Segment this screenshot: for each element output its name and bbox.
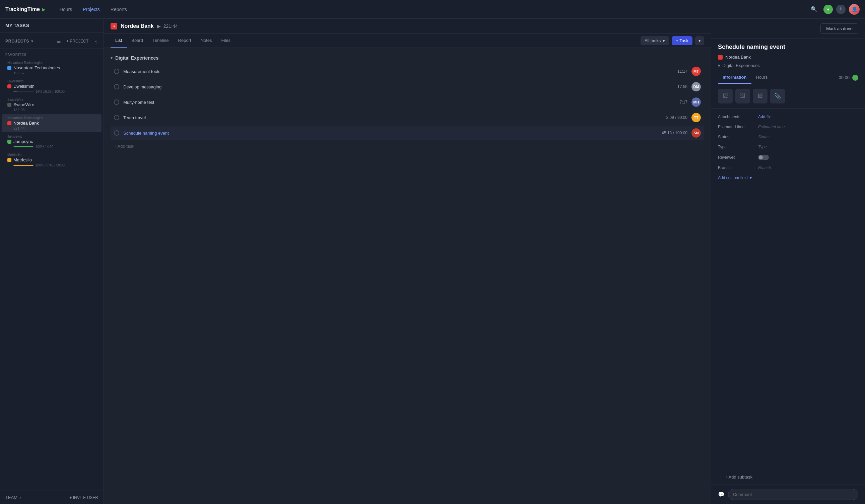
my-tasks-label: MY TASKS	[5, 23, 29, 28]
mark-done-button[interactable]: Mark as done	[820, 23, 858, 34]
tab-board[interactable]: Board	[127, 34, 148, 48]
task-checkbox[interactable]	[114, 115, 119, 120]
add-custom-field-button[interactable]: Add custom field ▾	[711, 173, 865, 183]
project-name-row: Metricsilo	[7, 157, 96, 162]
stop-timer-button[interactable]: ■	[823, 5, 833, 14]
field-attachments: Attachments Add file	[711, 112, 865, 122]
team-button[interactable]: TEAM ›	[5, 495, 21, 500]
avatar-circle: MT	[691, 67, 701, 76]
avatar-circle: MH	[691, 97, 701, 107]
tab-hours[interactable]: Hours	[751, 71, 773, 84]
project-name: Metricsilo	[13, 157, 32, 162]
task-row[interactable]: Multy-home test 7:17 MH	[111, 95, 704, 109]
topnav: TrackingTime ▶ Hours Projects Reports 🔍 …	[0, 0, 865, 19]
project-company: Dwellsmith	[7, 79, 96, 83]
task-list-area: ▾ Digital Experiences Measurement tools …	[104, 48, 711, 504]
group-chevron-icon: ▾	[111, 56, 113, 60]
attachment-thumb-2[interactable]: 🖼	[735, 89, 750, 104]
reviewed-toggle[interactable]	[758, 155, 769, 160]
task-checkbox[interactable]	[114, 130, 119, 136]
project-name: Nusantara Technologies	[13, 65, 60, 70]
project-play-button[interactable]: ▶	[157, 23, 161, 29]
add-task-row[interactable]: + Add task	[111, 141, 704, 151]
right-panel-project-name: Nordea Bank	[725, 55, 751, 60]
logo[interactable]: TrackingTime ▶	[5, 7, 46, 12]
field-value-branch[interactable]: Branch	[758, 165, 771, 170]
sidebar-collapse-button[interactable]: ‹	[94, 37, 98, 45]
field-value-status[interactable]: Status	[758, 134, 770, 139]
sidebar-item-jumpsync[interactable]: Jumpsync Jumpsync 100% 14:10	[2, 133, 102, 151]
search-icon[interactable]: 🔍	[809, 4, 819, 14]
avatar-circle: TT	[691, 113, 701, 122]
task-checkbox[interactable]	[114, 99, 119, 105]
sidebar-item-nusantara[interactable]: Nusantara Technologies Nusantara Technol…	[2, 59, 102, 77]
attachment-thumb-1[interactable]: 🖼	[718, 89, 733, 104]
attachment-thumb-4[interactable]: 📎	[770, 89, 785, 104]
nav-projects[interactable]: Projects	[78, 5, 105, 14]
toggle-knob	[759, 155, 763, 160]
project-name-row: Jumpsync	[7, 139, 96, 144]
add-custom-field-label: Add custom field	[718, 175, 748, 180]
tab-files[interactable]: Files	[217, 34, 235, 48]
task-avatar: MH	[691, 97, 701, 107]
project-header-icon: ✦	[111, 23, 117, 30]
timer-active-indicator[interactable]	[852, 75, 858, 81]
all-tasks-button[interactable]: All tasks ▾	[641, 36, 669, 45]
task-avatar: MT	[691, 67, 701, 76]
task-row[interactable]: Schedule naming event 45:13 / 100:00 SN	[111, 126, 704, 140]
tab-list[interactable]: List	[111, 34, 127, 48]
user-avatar[interactable]: 👤	[849, 4, 860, 15]
attachment-thumb-3[interactable]: 🖼	[753, 89, 768, 104]
tab-notes[interactable]: Notes	[196, 34, 217, 48]
project-name-row: Nusantara Technologies	[7, 65, 96, 70]
project-name: Jumpsync	[13, 139, 33, 144]
field-value-attachments[interactable]: Add file	[758, 115, 772, 119]
field-value-type[interactable]: Type	[758, 145, 767, 149]
attachment-area: 🖼 🖼 🖼 📎	[711, 84, 865, 108]
task-checkbox[interactable]	[114, 84, 119, 90]
field-value-estimated[interactable]: Estimated time	[758, 125, 785, 129]
add-icon: +	[839, 6, 843, 13]
add-subtask-button[interactable]: ＋ + Add subtask	[711, 469, 865, 484]
invite-user-button[interactable]: + INVITE USER	[69, 495, 98, 500]
project-progress: 100% 14:10	[7, 145, 96, 149]
more-options-button[interactable]: ▾	[695, 36, 704, 45]
task-row[interactable]: Team travel 2:09 / 90:00 TT	[111, 110, 704, 125]
nav-hours[interactable]: Hours	[55, 5, 77, 14]
all-tasks-label: All tasks	[645, 38, 661, 43]
comment-input[interactable]	[728, 489, 858, 500]
field-label: Estimated time	[718, 125, 758, 129]
add-project-button[interactable]: + PROJECT	[64, 37, 91, 45]
sidebar-item-dwellsmith[interactable]: Dwellsmith Dwellsmith 16% 16:33 / 100:00	[2, 77, 102, 95]
field-label: Status	[718, 134, 758, 139]
project-name-row: Dwellsmith	[7, 84, 96, 89]
project-dot	[7, 84, 11, 89]
tab-information[interactable]: Information	[718, 71, 751, 84]
task-name: Schedule naming event	[123, 131, 662, 136]
sidebar-bottom: TEAM › + INVITE USER	[0, 491, 104, 504]
sidebar-actions: ⚌ + PROJECT ‹	[57, 37, 98, 45]
project-company: Nusantara Technologies	[7, 61, 96, 65]
info-fields: Attachments Add file Estimated time Esti…	[711, 108, 865, 186]
sidebar-item-nordea[interactable]: Nusantara Technologies Nordea Bank 221:4…	[2, 114, 102, 132]
task-row[interactable]: Measurement tools 11:17 MT	[111, 64, 704, 79]
task-name: Develop messaging	[123, 84, 677, 90]
task-row[interactable]: Develop messaging 17:55 DM	[111, 79, 704, 94]
projects-dropdown-icon[interactable]: ▾	[31, 39, 33, 44]
add-task-button[interactable]: + Task	[672, 36, 692, 45]
nav-reports[interactable]: Reports	[106, 5, 132, 14]
tab-report[interactable]: Report	[174, 34, 196, 48]
add-task-row-label: + Add task	[114, 144, 134, 149]
main-content: ✦ Nordea Bank ▶ 221:44 List Board Timeli…	[104, 19, 711, 504]
project-dot	[7, 140, 11, 144]
task-time: 17:55	[677, 84, 688, 89]
sidebar-item-swipewire[interactable]: SwipeWire SwipeWire 182:03	[2, 96, 102, 114]
task-group-header[interactable]: ▾ Digital Experiences	[111, 53, 704, 63]
right-panel-group: ≡ Digital Experiences	[711, 62, 865, 71]
sidebar-item-metricsilo[interactable]: Metricsilo Metricsilo 100% 77:40 / 50:00	[2, 151, 102, 169]
right-panel-group-name: Digital Experiences	[723, 63, 760, 68]
add-subtask-label: + Add subtask	[725, 474, 752, 480]
task-checkbox[interactable]	[114, 69, 119, 74]
add-button[interactable]: +	[836, 5, 845, 14]
tab-timeline[interactable]: Timeline	[148, 34, 174, 48]
